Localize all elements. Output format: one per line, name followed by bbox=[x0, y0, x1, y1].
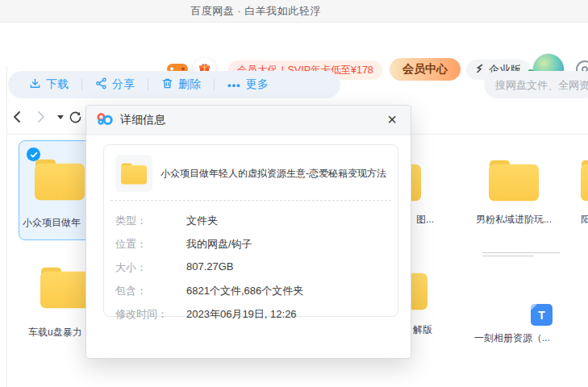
info-value: 807.27GB bbox=[186, 260, 234, 284]
file-label[interactable]: 男粉私域进阶玩... bbox=[465, 213, 562, 227]
folder-icon bbox=[121, 163, 147, 185]
info-value: 2023年06月19日, 12:26 bbox=[186, 307, 297, 331]
info-label: 大小： bbox=[115, 260, 186, 284]
file-label[interactable]: 小众项目做年 bbox=[23, 216, 81, 230]
folder-thumb bbox=[115, 155, 152, 192]
info-label: 类型： bbox=[115, 214, 186, 237]
watermark-text bbox=[482, 252, 560, 253]
info-row-size: 大小： 807.27GB bbox=[115, 260, 386, 284]
info-label: 修改时间： bbox=[115, 307, 186, 331]
info-row-contains: 包含： 6821个文件,686个文件夹 bbox=[115, 284, 386, 307]
folder-icon[interactable] bbox=[489, 159, 539, 202]
file-name: 小众项目做年轻人的虚拟资源生意-恋爱秘籍变现方法 bbox=[161, 167, 386, 181]
app-window: 百度网盘 · 白羊我如此轻浮 会员大促！SVIP年卡低至¥178 会员中心 bbox=[0, 0, 588, 387]
info-value: 文件夹 bbox=[186, 214, 218, 237]
info-value: 6821个文件,686个文件夹 bbox=[186, 284, 303, 307]
file-info-panel: 小众项目做年轻人的虚拟资源生意-恋爱秘籍变现方法 类型： 文件夹 位置： 我的网… bbox=[103, 144, 398, 317]
folder-icon bbox=[35, 158, 85, 202]
folder-icon[interactable] bbox=[581, 159, 588, 202]
file-name-row: 小众项目做年轻人的虚拟资源生意-恋爱秘籍变现方法 bbox=[104, 145, 398, 200]
dialog-header: 详细信息 × bbox=[86, 106, 411, 135]
file-label[interactable]: 一刻相册资源（... bbox=[474, 331, 550, 345]
txt-file-icon[interactable]: T bbox=[531, 304, 553, 326]
info-row-type: 类型： 文件夹 bbox=[115, 214, 386, 237]
file-info-rows: 类型： 文件夹 位置： 我的网盘/钩子 大小： 807.27GB 包含： 682… bbox=[104, 201, 398, 331]
file-label[interactable]: 图... bbox=[416, 213, 434, 227]
details-dialog: 详细信息 × 小众项目做年轻人的虚拟资源生意-恋爱秘籍变现方法 类型： 文件夹 bbox=[85, 105, 411, 359]
info-label: 包含： bbox=[115, 284, 186, 307]
netdisk-logo-icon bbox=[96, 112, 114, 129]
watermark-text bbox=[482, 256, 534, 256]
file-label[interactable]: 阳 bbox=[581, 213, 588, 227]
info-row-modified: 修改时间： 2023年06月19日, 12:26 bbox=[115, 307, 386, 331]
file-label[interactable]: 解版 bbox=[413, 323, 432, 337]
dialog-title: 详细信息 bbox=[120, 113, 165, 127]
file-label[interactable]: 车载u盘暴力 bbox=[28, 326, 82, 339]
folder-icon[interactable] bbox=[40, 266, 90, 310]
close-icon[interactable]: × bbox=[382, 109, 402, 130]
info-label: 位置： bbox=[115, 237, 186, 260]
info-value: 我的网盘/钩子 bbox=[186, 237, 252, 260]
info-row-location: 位置： 我的网盘/钩子 bbox=[115, 237, 386, 260]
txt-file-letter: T bbox=[538, 309, 545, 322]
